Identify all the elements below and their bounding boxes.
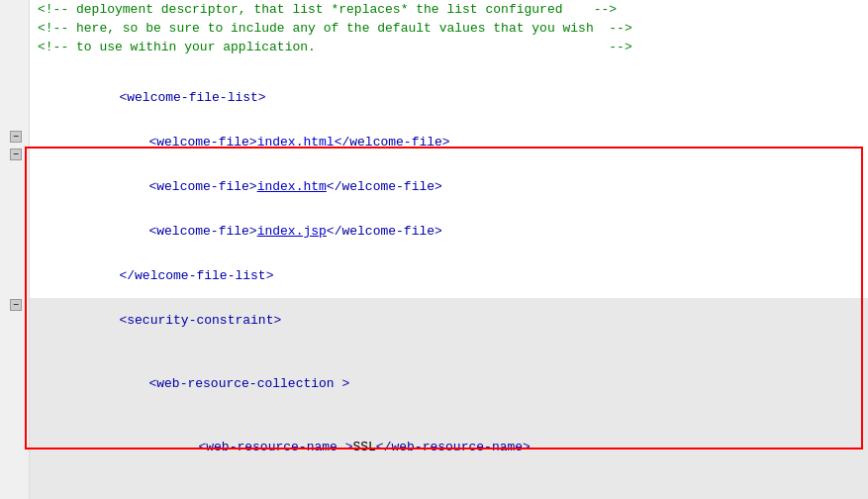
line-comment-2: <!-- here, so be sure to include any of … — [30, 19, 868, 38]
line-blank-1 — [30, 56, 868, 75]
line-blank-4 — [30, 469, 868, 488]
comment-text-3: <!-- to use within your application. --> — [38, 40, 632, 54]
line-web-resource-name: <web-resource-name >SSL</web-resource-na… — [30, 425, 868, 469]
line-welcome-file-list-open: <welcome-file-list> — [30, 75, 868, 120]
collapse-icon-user-data[interactable]: − — [10, 299, 22, 311]
line-welcome-file-list-close: </welcome-file-list> — [30, 253, 868, 298]
code-content: <!-- deployment descriptor, that list *r… — [30, 0, 868, 499]
line-welcome-file-jsp: <welcome-file>index.jsp</welcome-file> — [30, 209, 868, 253]
collapse-icon-security[interactable]: − — [10, 149, 22, 160]
line-comment-1: <!-- deployment descriptor, that list *r… — [30, 0, 868, 19]
editor-area: − − − <!-- deployment descriptor, that l… — [0, 0, 868, 499]
comment-text-2: <!-- here, so be sure to include any of … — [38, 21, 632, 36]
line-url-pattern: <url-pattern>/*</url-pattern> — [30, 488, 868, 499]
line-blank-3 — [30, 406, 868, 425]
line-welcome-file-htm: <welcome-file>index.htm</welcome-file> — [30, 164, 868, 209]
comment-text-1: <!-- deployment descriptor, that list *r… — [38, 2, 617, 17]
line-security-constraint-open: <security-constraint> — [30, 298, 868, 343]
line-welcome-file-html: <welcome-file>index.html</welcome-file> — [30, 120, 868, 164]
line-comment-3: <!-- to use within your application. --> — [30, 38, 868, 56]
line-web-resource-collection-open: <web-resource-collection > — [30, 361, 868, 406]
collapse-icon-welcome[interactable]: − — [10, 131, 22, 143]
tag-welcome-open: <welcome-file-list> — [57, 75, 266, 120]
line-numbers — [0, 0, 30, 499]
line-blank-2 — [30, 343, 868, 361]
